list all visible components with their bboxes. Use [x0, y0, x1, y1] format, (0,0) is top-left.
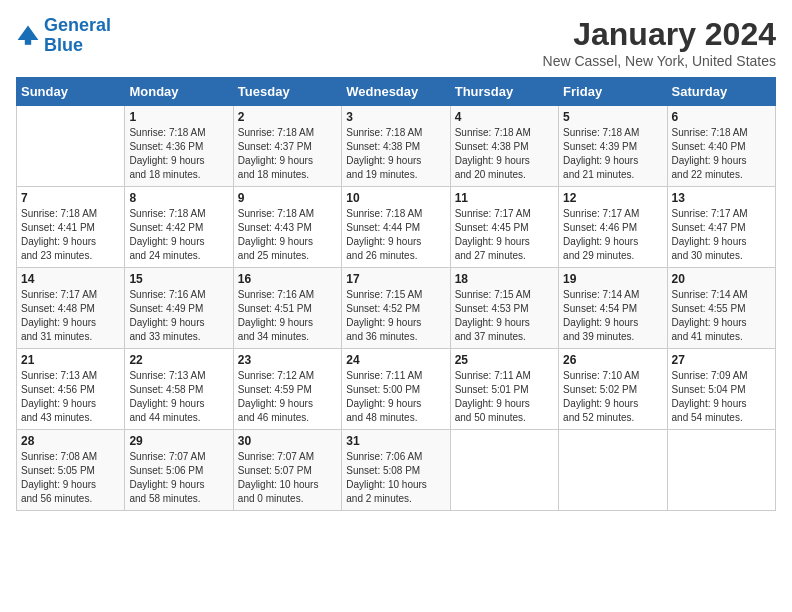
calendar-cell: 27Sunrise: 7:09 AMSunset: 5:04 PMDayligh…: [667, 349, 775, 430]
calendar-cell: 11Sunrise: 7:17 AMSunset: 4:45 PMDayligh…: [450, 187, 558, 268]
day-number: 17: [346, 272, 445, 286]
day-number: 22: [129, 353, 228, 367]
calendar-cell: 20Sunrise: 7:14 AMSunset: 4:55 PMDayligh…: [667, 268, 775, 349]
day-number: 27: [672, 353, 771, 367]
day-info: Sunrise: 7:09 AMSunset: 5:04 PMDaylight:…: [672, 369, 771, 425]
calendar-cell: 28Sunrise: 7:08 AMSunset: 5:05 PMDayligh…: [17, 430, 125, 511]
calendar-body: 1Sunrise: 7:18 AMSunset: 4:36 PMDaylight…: [17, 106, 776, 511]
calendar-cell: 16Sunrise: 7:16 AMSunset: 4:51 PMDayligh…: [233, 268, 341, 349]
calendar-cell: 18Sunrise: 7:15 AMSunset: 4:53 PMDayligh…: [450, 268, 558, 349]
calendar-header: SundayMondayTuesdayWednesdayThursdayFrid…: [17, 78, 776, 106]
day-number: 13: [672, 191, 771, 205]
day-info: Sunrise: 7:18 AMSunset: 4:40 PMDaylight:…: [672, 126, 771, 182]
calendar-cell: 29Sunrise: 7:07 AMSunset: 5:06 PMDayligh…: [125, 430, 233, 511]
calendar-cell: 13Sunrise: 7:17 AMSunset: 4:47 PMDayligh…: [667, 187, 775, 268]
weekday-header-tuesday: Tuesday: [233, 78, 341, 106]
day-number: 14: [21, 272, 120, 286]
day-number: 12: [563, 191, 662, 205]
calendar-cell: 30Sunrise: 7:07 AMSunset: 5:07 PMDayligh…: [233, 430, 341, 511]
day-info: Sunrise: 7:08 AMSunset: 5:05 PMDaylight:…: [21, 450, 120, 506]
day-number: 23: [238, 353, 337, 367]
calendar-cell: 7Sunrise: 7:18 AMSunset: 4:41 PMDaylight…: [17, 187, 125, 268]
calendar-cell: 24Sunrise: 7:11 AMSunset: 5:00 PMDayligh…: [342, 349, 450, 430]
day-info: Sunrise: 7:06 AMSunset: 5:08 PMDaylight:…: [346, 450, 445, 506]
day-info: Sunrise: 7:18 AMSunset: 4:43 PMDaylight:…: [238, 207, 337, 263]
day-number: 5: [563, 110, 662, 124]
calendar-cell: 25Sunrise: 7:11 AMSunset: 5:01 PMDayligh…: [450, 349, 558, 430]
logo-line1: General: [44, 15, 111, 35]
title-area: January 2024 New Cassel, New York, Unite…: [543, 16, 776, 69]
calendar-cell: 17Sunrise: 7:15 AMSunset: 4:52 PMDayligh…: [342, 268, 450, 349]
calendar-cell: 14Sunrise: 7:17 AMSunset: 4:48 PMDayligh…: [17, 268, 125, 349]
day-number: 8: [129, 191, 228, 205]
calendar-cell: 23Sunrise: 7:12 AMSunset: 4:59 PMDayligh…: [233, 349, 341, 430]
day-number: 21: [21, 353, 120, 367]
calendar-cell: 8Sunrise: 7:18 AMSunset: 4:42 PMDaylight…: [125, 187, 233, 268]
logo: General Blue: [16, 16, 111, 56]
day-number: 10: [346, 191, 445, 205]
day-info: Sunrise: 7:07 AMSunset: 5:06 PMDaylight:…: [129, 450, 228, 506]
calendar-cell: 31Sunrise: 7:06 AMSunset: 5:08 PMDayligh…: [342, 430, 450, 511]
day-info: Sunrise: 7:18 AMSunset: 4:41 PMDaylight:…: [21, 207, 120, 263]
calendar-cell: 26Sunrise: 7:10 AMSunset: 5:02 PMDayligh…: [559, 349, 667, 430]
logo-line2: Blue: [44, 35, 83, 55]
day-number: 4: [455, 110, 554, 124]
day-number: 30: [238, 434, 337, 448]
day-info: Sunrise: 7:18 AMSunset: 4:36 PMDaylight:…: [129, 126, 228, 182]
calendar-cell: 22Sunrise: 7:13 AMSunset: 4:58 PMDayligh…: [125, 349, 233, 430]
day-number: 24: [346, 353, 445, 367]
weekday-header-sunday: Sunday: [17, 78, 125, 106]
day-info: Sunrise: 7:14 AMSunset: 4:54 PMDaylight:…: [563, 288, 662, 344]
day-number: 9: [238, 191, 337, 205]
calendar-week-2: 7Sunrise: 7:18 AMSunset: 4:41 PMDaylight…: [17, 187, 776, 268]
day-info: Sunrise: 7:13 AMSunset: 4:56 PMDaylight:…: [21, 369, 120, 425]
day-info: Sunrise: 7:17 AMSunset: 4:46 PMDaylight:…: [563, 207, 662, 263]
calendar-cell: [17, 106, 125, 187]
svg-rect-1: [25, 40, 31, 45]
day-info: Sunrise: 7:15 AMSunset: 4:52 PMDaylight:…: [346, 288, 445, 344]
day-number: 28: [21, 434, 120, 448]
day-number: 16: [238, 272, 337, 286]
day-number: 6: [672, 110, 771, 124]
day-info: Sunrise: 7:18 AMSunset: 4:37 PMDaylight:…: [238, 126, 337, 182]
day-info: Sunrise: 7:11 AMSunset: 5:01 PMDaylight:…: [455, 369, 554, 425]
day-info: Sunrise: 7:16 AMSunset: 4:49 PMDaylight:…: [129, 288, 228, 344]
calendar-cell: 5Sunrise: 7:18 AMSunset: 4:39 PMDaylight…: [559, 106, 667, 187]
day-number: 26: [563, 353, 662, 367]
calendar-cell: [450, 430, 558, 511]
page-header: General Blue January 2024 New Cassel, Ne…: [16, 16, 776, 69]
day-number: 3: [346, 110, 445, 124]
day-number: 19: [563, 272, 662, 286]
weekday-header-monday: Monday: [125, 78, 233, 106]
day-number: 31: [346, 434, 445, 448]
day-info: Sunrise: 7:12 AMSunset: 4:59 PMDaylight:…: [238, 369, 337, 425]
calendar-subtitle: New Cassel, New York, United States: [543, 53, 776, 69]
weekday-header-row: SundayMondayTuesdayWednesdayThursdayFrid…: [17, 78, 776, 106]
day-number: 20: [672, 272, 771, 286]
day-number: 29: [129, 434, 228, 448]
day-number: 11: [455, 191, 554, 205]
day-info: Sunrise: 7:17 AMSunset: 4:47 PMDaylight:…: [672, 207, 771, 263]
day-number: 1: [129, 110, 228, 124]
day-info: Sunrise: 7:13 AMSunset: 4:58 PMDaylight:…: [129, 369, 228, 425]
day-info: Sunrise: 7:14 AMSunset: 4:55 PMDaylight:…: [672, 288, 771, 344]
calendar-cell: 19Sunrise: 7:14 AMSunset: 4:54 PMDayligh…: [559, 268, 667, 349]
day-info: Sunrise: 7:18 AMSunset: 4:44 PMDaylight:…: [346, 207, 445, 263]
calendar-cell: 2Sunrise: 7:18 AMSunset: 4:37 PMDaylight…: [233, 106, 341, 187]
weekday-header-wednesday: Wednesday: [342, 78, 450, 106]
calendar-week-5: 28Sunrise: 7:08 AMSunset: 5:05 PMDayligh…: [17, 430, 776, 511]
day-info: Sunrise: 7:17 AMSunset: 4:45 PMDaylight:…: [455, 207, 554, 263]
logo-text: General Blue: [44, 16, 111, 56]
weekday-header-thursday: Thursday: [450, 78, 558, 106]
calendar-cell: [559, 430, 667, 511]
logo-icon: [16, 24, 40, 48]
calendar-week-4: 21Sunrise: 7:13 AMSunset: 4:56 PMDayligh…: [17, 349, 776, 430]
calendar-title: January 2024: [543, 16, 776, 53]
calendar-cell: 21Sunrise: 7:13 AMSunset: 4:56 PMDayligh…: [17, 349, 125, 430]
day-info: Sunrise: 7:18 AMSunset: 4:42 PMDaylight:…: [129, 207, 228, 263]
calendar-cell: 6Sunrise: 7:18 AMSunset: 4:40 PMDaylight…: [667, 106, 775, 187]
day-info: Sunrise: 7:07 AMSunset: 5:07 PMDaylight:…: [238, 450, 337, 506]
calendar-table: SundayMondayTuesdayWednesdayThursdayFrid…: [16, 77, 776, 511]
calendar-cell: 4Sunrise: 7:18 AMSunset: 4:38 PMDaylight…: [450, 106, 558, 187]
calendar-week-3: 14Sunrise: 7:17 AMSunset: 4:48 PMDayligh…: [17, 268, 776, 349]
